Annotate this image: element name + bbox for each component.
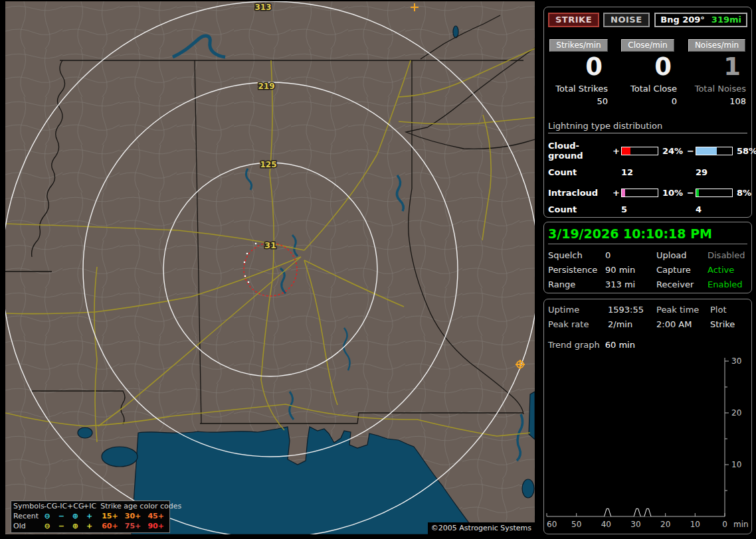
old-pcg-icon: ⊕ [68, 521, 82, 531]
recent-pic-icon: + [82, 511, 96, 521]
ring-label-219: 219 [258, 82, 274, 91]
x-tick-20: 20 [660, 520, 670, 529]
cg-negative-pct: 58% [733, 146, 756, 156]
cg-positive-pct: 24% [659, 146, 687, 156]
ring-label-125: 125 [260, 160, 276, 169]
ic-positive-bar [621, 189, 658, 197]
plus-sign: + [613, 188, 621, 198]
receiver-label: Receiver [656, 279, 708, 289]
plot-mode-value: Strike [710, 319, 747, 329]
trend-peaks [605, 508, 651, 516]
lake-maurepas [78, 427, 92, 438]
close-per-min-value: 0 [613, 53, 682, 81]
close-per-min-button[interactable]: Close/min [621, 39, 674, 52]
squelch-value: 0 [605, 250, 656, 260]
minus-sign: − [687, 146, 696, 156]
cg-positive-count: 12 [621, 167, 659, 177]
peak-rate-label: Peak rate [548, 319, 608, 329]
range-setting-value: 313 mi [605, 279, 656, 289]
plot-label: Plot [710, 305, 747, 315]
recent-pcg-icon: ⊕ [68, 511, 82, 521]
cg-count-label: Count [548, 167, 613, 177]
x-tick-10: 10 [690, 520, 700, 529]
squelch-label: Squelch [548, 250, 605, 260]
age-45: 45+ [146, 511, 169, 521]
map-canvas: 313 219 125 31 [5, 1, 535, 534]
map-legend: Symbols -CG -IC +CG +IC Strike age color… [11, 501, 170, 533]
ic-count-label: Count [548, 204, 613, 214]
ic-negative-pct: 8% [733, 188, 751, 198]
ic-positive-count: 5 [621, 204, 659, 214]
ic-positive-pct: 10% [659, 188, 687, 198]
age-30: 30+ [124, 511, 147, 521]
bearing-range-indicator: Bng 209°319mi [654, 13, 747, 27]
total-strikes-value: 50 [544, 96, 613, 106]
peak-time-value: 2:00 AM [656, 319, 710, 329]
copyright-notice: ©2005 Astrogenic Systems [428, 522, 535, 534]
total-close-value: 0 [613, 96, 682, 106]
lake-pontchartrain [102, 447, 138, 467]
legend-col-pic: +IC [83, 501, 96, 511]
ring-label-313: 313 [254, 3, 271, 12]
recent-ncg-icon: ⊖ [41, 511, 54, 521]
strike-stats-panel: STRIKE NOISE Bng 209°319mi Strikes/min C… [543, 7, 752, 218]
ic-negative-bar [696, 189, 733, 197]
intracloud-label: Intracloud [548, 188, 613, 198]
old-nic-icon: − [54, 521, 68, 531]
age-90: 90+ [146, 521, 169, 531]
legend-col-ncg: -CG [44, 501, 57, 511]
upload-label: Upload [656, 250, 708, 260]
legend-recent-label: Recent [11, 511, 41, 521]
noises-per-min-value: 1 [682, 53, 751, 81]
ring-label-31: 31 [264, 240, 276, 250]
recent-nic-icon: − [54, 511, 68, 521]
strikes-per-min-button[interactable]: Strikes/min [549, 39, 607, 52]
x-tick-0: 0 [722, 520, 727, 529]
capture-label: Capture [656, 265, 708, 275]
persistence-value: 90 min [605, 265, 656, 275]
total-noises-value: 108 [682, 96, 751, 106]
capture-status: Active [708, 265, 747, 275]
water-se [522, 479, 534, 498]
peak-time-label: Peak time [656, 305, 710, 315]
upload-status: Disabled [708, 250, 747, 260]
noises-per-min-button[interactable]: Noises/min [688, 39, 745, 52]
minus-sign: − [687, 188, 696, 198]
old-ncg-icon: ⊖ [41, 521, 54, 531]
peak-rate-value: 2/min [608, 319, 656, 329]
trend-graph: 60 50 40 30 20 10 0 min 30 20 10 [544, 336, 751, 534]
range-label: Range [548, 279, 605, 289]
system-status-panel: 3/19/2026 10:10:18 PM Squelch 0 Upload D… [543, 222, 752, 293]
legend-old-label: Old [11, 521, 41, 531]
x-tick-30: 30 [630, 520, 640, 529]
noise-mode-button[interactable]: NOISE [603, 13, 650, 27]
strike-mode-button[interactable]: STRIKE [548, 13, 599, 27]
y-tick-10: 10 [731, 460, 741, 469]
age-75: 75+ [124, 521, 147, 531]
persistence-label: Persistence [548, 265, 605, 275]
receiver-status: Enabled [708, 279, 747, 289]
total-strikes-label: Total Strikes [544, 84, 613, 94]
x-tick-40: 40 [601, 520, 611, 529]
age-60: 60+ [100, 521, 124, 531]
legend-col-nic: -IC [57, 501, 67, 511]
bearing-value: Bng 209° [660, 15, 705, 25]
age-15: 15+ [100, 511, 124, 521]
cloud-ground-label: Cloud-ground [548, 141, 613, 161]
uptime-trend-panel: Uptime 1593:55 Peak time Plot Peak rate … [543, 299, 752, 534]
uptime-label: Uptime [548, 305, 608, 315]
datetime-display: 3/19/2026 10:10:18 PM [548, 226, 747, 244]
distribution-title: Lightning type distribution [548, 121, 747, 133]
lightning-map[interactable]: 313 219 125 31 Symbols -CG -IC +CG +IC S… [5, 1, 535, 534]
river-east-edge [529, 392, 535, 439]
cg-negative-bar [696, 147, 733, 155]
total-noises-label: Total Noises [682, 84, 751, 94]
legend-age-header: Strike age color codes [96, 501, 181, 511]
legend-symbols-label: Symbols [11, 501, 44, 511]
total-close-label: Total Close [613, 84, 682, 94]
x-axis-unit: min [733, 520, 749, 529]
uptime-value: 1593:55 [608, 305, 656, 315]
strikes-per-min-value: 0 [544, 53, 613, 81]
y-tick-30: 30 [731, 356, 741, 366]
cg-negative-count: 29 [696, 167, 733, 177]
